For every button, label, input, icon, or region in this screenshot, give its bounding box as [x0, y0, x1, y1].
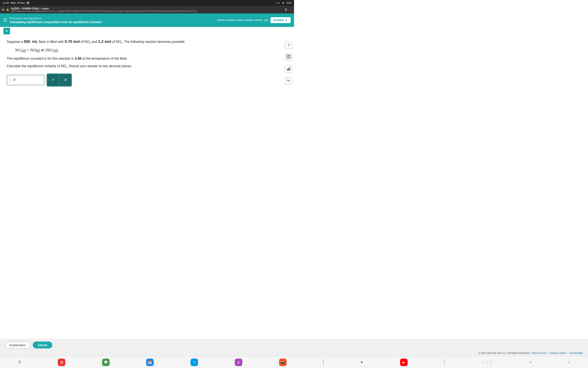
svg-rect-9 — [288, 68, 289, 70]
notification-icon: 🖼 — [27, 1, 29, 4]
svg-point-7 — [289, 57, 290, 58]
no2-moles: 1.2 mol — [98, 39, 111, 44]
svg-point-6 — [288, 57, 289, 58]
header-breadcrumb: Kinetics and Equilibrium Calculating equ… — [10, 17, 215, 24]
answer-input-box[interactable]: ▏ — [7, 75, 45, 85]
status-left: 11:54 Wed, 20 Nov 🖼 — [2, 1, 29, 4]
app-header: ☰ Kinetics and Equilibrium Calculating e… — [0, 13, 294, 27]
main-content: Suppose a 500. mL flask is filled with 0… — [0, 35, 294, 145]
status-right: ↗↘ ⚡ 41% — [276, 1, 291, 4]
lock-icon: 🔒 — [6, 8, 9, 11]
help-button[interactable]: ? — [285, 42, 292, 49]
signal-icon: ↗↘ — [276, 1, 280, 4]
k-value: 3.48 — [75, 57, 81, 60]
subtopic-label: Calculating equilibrium composition from… — [10, 20, 215, 24]
progress-seg-1 — [217, 19, 226, 21]
question-icon: ? — [287, 43, 289, 48]
user-name: KAREN — [273, 18, 284, 22]
wifi-icon: ⚡ — [282, 1, 285, 4]
calculate-text: Calculate the equilibrium molarity of NO… — [7, 64, 287, 69]
answer-row: ▏ × ↺ — [7, 74, 287, 87]
chart-button[interactable] — [285, 65, 292, 73]
k-symbol: K — [44, 57, 47, 60]
progress-seg-4 — [245, 19, 253, 21]
svg-point-3 — [288, 57, 289, 57]
action-buttons-group: × ↺ — [47, 74, 72, 87]
reset-button[interactable]: ↺ — [60, 74, 71, 86]
calculator-icon — [286, 55, 291, 60]
svg-point-5 — [287, 57, 288, 58]
svg-rect-8 — [287, 69, 288, 70]
equilibrium-text: The equilibrium constant K for this reac… — [7, 56, 287, 61]
chart-icon — [286, 66, 291, 72]
menu-icon[interactable]: ☰ — [3, 18, 7, 23]
clear-button[interactable]: × — [47, 74, 59, 86]
chevron-bar: ▼ — [0, 27, 294, 35]
user-menu-button[interactable]: KAREN ▼ — [271, 17, 291, 23]
calculator-button[interactable] — [285, 53, 292, 61]
chemical-equation: NO3(g) + NO(g) ⇌ 2NO2(g) — [15, 48, 287, 53]
cursor-icon: ▏ — [10, 78, 12, 82]
url-text: https://www.awy.aleks.com/alekscgi/x/Isl… — [11, 10, 200, 12]
chevron-down-icon: ▼ — [5, 29, 8, 33]
progress-seg-2 — [226, 19, 235, 21]
flask-volume: 500. mL — [24, 39, 38, 44]
progress-seg-5 — [254, 19, 262, 21]
svg-point-4 — [289, 57, 290, 57]
no3-moles: 0.70 mol — [65, 39, 80, 44]
battery-display: 41% — [286, 1, 291, 4]
progress-seg-3 — [236, 19, 244, 21]
font-icon: Ar — [287, 79, 290, 82]
time-display: 11:54 — [2, 1, 9, 4]
progress-area: 0/5 — [217, 19, 268, 22]
status-bar: 11:54 Wed, 20 Nov 🖼 ↗↘ ⚡ 41% — [0, 0, 294, 6]
answer-field[interactable] — [13, 78, 38, 82]
problem-intro: Suppose a 500. mL flask is filled with 0… — [7, 39, 287, 45]
topic-circle-icon — [10, 17, 12, 19]
page-title: ALEKS – KAREN CHUA – Learn — [11, 7, 283, 10]
topic-label: Kinetics and Equilibrium — [13, 17, 42, 20]
collapse-button[interactable]: ▼ — [3, 28, 10, 35]
address-bar[interactable]: ALEKS – KAREN CHUA – Learn https://www.a… — [11, 7, 283, 12]
dropdown-chevron-icon: ▼ — [285, 18, 288, 22]
font-button[interactable]: Ar — [285, 77, 292, 84]
more-options-icon[interactable]: ⋮ — [289, 8, 292, 12]
browser-bar: ✕ 🔒 ALEKS – KAREN CHUA – Learn https://w… — [0, 6, 294, 13]
progress-bar — [217, 19, 262, 21]
date-display: Wed, 20 Nov — [10, 1, 25, 4]
close-tab-button[interactable]: ✕ — [2, 8, 4, 12]
svg-point-2 — [287, 57, 288, 57]
right-sidebar: ? — [285, 42, 292, 84]
page-wrapper: 11:54 Wed, 20 Nov 🖼 ↗↘ ⚡ 41% ✕ 🔒 ALEKS –… — [0, 0, 294, 184]
topic-breadcrumb: Kinetics and Equilibrium — [10, 17, 215, 20]
share-icon[interactable]: ⬆ — [285, 8, 287, 12]
svg-rect-1 — [287, 55, 290, 56]
progress-text: 0/5 — [264, 19, 268, 22]
svg-rect-10 — [289, 67, 290, 70]
